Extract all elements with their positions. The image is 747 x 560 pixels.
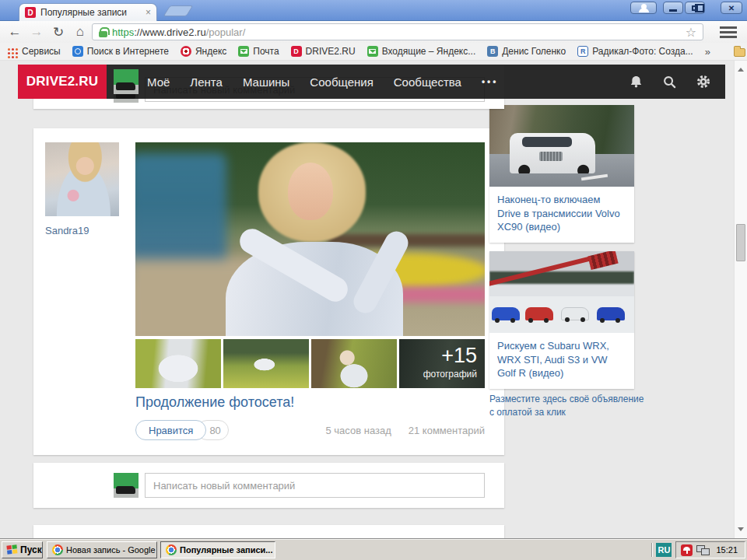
next-post-card <box>33 525 504 538</box>
tray-clock[interactable]: 15:21 <box>714 545 740 555</box>
other-bookmarks-button[interactable]: Другие закладки <box>734 46 747 57</box>
taskbar-task-2-active[interactable]: Популярные записи... <box>160 541 275 558</box>
start-button[interactable]: Пуск <box>2 541 43 558</box>
taskbar-task-1[interactable]: Новая запись - Google ... <box>47 541 157 558</box>
nav-item-messages[interactable]: Сообщения <box>310 75 373 89</box>
bell-icon[interactable] <box>629 75 644 89</box>
author-avatar[interactable] <box>45 142 119 216</box>
apps-grid-icon <box>8 48 10 51</box>
bookmark-item-services[interactable]: Сервисы <box>6 46 61 57</box>
nav-item-cars[interactable]: Машины <box>243 75 289 89</box>
new-comment-input[interactable] <box>145 473 485 498</box>
author-link[interactable]: Sandra19 <box>45 225 89 236</box>
home-button[interactable]: ⌂ <box>70 21 90 43</box>
thumbnail-2[interactable] <box>223 339 309 388</box>
folder-icon <box>734 48 745 57</box>
minimize-icon <box>669 9 677 12</box>
forward-button[interactable]: → <box>26 21 47 43</box>
comments-count-link[interactable]: 21 комментарий <box>409 425 485 436</box>
bookmark-star-icon[interactable]: ☆ <box>686 25 696 40</box>
url-path: /popular/ <box>206 26 246 38</box>
post-actions: Нравится 80 5 часов назад 21 комментарий <box>135 419 485 441</box>
taskbar: Пуск Новая запись - Google ... Популярны… <box>0 538 747 560</box>
network-tray-icon[interactable] <box>696 545 710 555</box>
own-avatar[interactable] <box>114 473 139 498</box>
back-button[interactable]: ← <box>5 21 25 43</box>
like-button[interactable]: Нравится <box>135 420 206 440</box>
mail-icon <box>367 46 378 57</box>
browser-titlebar: D Популярные записи × ✕ <box>0 0 747 21</box>
bookmark-item-yandex[interactable]: Яндекс <box>181 46 226 57</box>
place-ad-link[interactable]: Разместите здесь своё объявление с оплат… <box>489 393 645 420</box>
nav-item-feed[interactable]: Лента <box>190 75 223 89</box>
bookmark-item-vk-profile[interactable]: В Денис Голенко <box>487 46 566 57</box>
browser-toolbar: ← → ↻ ⌂ https://www.drive2.ru/popular/ ☆ <box>0 21 747 43</box>
close-icon: ✕ <box>728 4 735 12</box>
bookmark-item-mail[interactable]: Почта <box>238 46 279 57</box>
bookmark-label: Денис Голенко <box>502 46 566 57</box>
thumbnail-1[interactable] <box>135 339 221 388</box>
scroll-up-arrow-icon[interactable] <box>738 65 744 72</box>
header-icons <box>629 65 711 99</box>
maximize-button[interactable] <box>685 2 705 14</box>
reload-button[interactable]: ↻ <box>48 21 68 43</box>
more-photos-count: +15 <box>441 344 477 368</box>
browser-tab[interactable]: D Популярные записи × <box>19 3 157 21</box>
ad-title-link[interactable]: Рискуем с Subaru WRX, WRX STI, Audi S3 и… <box>489 333 634 389</box>
scroll-down-arrow-icon[interactable] <box>738 527 744 534</box>
drive2-icon: D <box>291 46 302 57</box>
minimize-button[interactable] <box>663 2 683 14</box>
page-viewport: DRIVE2.RU Моё Лента Машины Сообщения Соо… <box>0 61 747 538</box>
chrome-menu-icon[interactable] <box>720 26 737 38</box>
post-photo[interactable] <box>135 142 485 336</box>
antivirus-tray-icon[interactable] <box>681 544 693 556</box>
tab-close-icon[interactable]: × <box>146 8 151 17</box>
new-tab-button[interactable] <box>163 5 194 16</box>
ad-image-detail <box>510 133 595 173</box>
nav-item-communities[interactable]: Сообщества <box>394 75 461 89</box>
yandex-icon <box>181 46 191 57</box>
bookmarks-bar: Сервисы Поиск в Интернете Яндекс Почта D… <box>0 43 747 61</box>
bookmark-label: Яндекс <box>195 46 226 57</box>
windows-logo-icon <box>6 544 17 555</box>
search-icon[interactable] <box>662 75 677 89</box>
thumbnail-3[interactable] <box>311 339 397 388</box>
bookmark-item-inbox[interactable]: Входящие – Яндекс... <box>367 46 476 57</box>
sidebar-ad-volvo[interactable]: Наконец-то включаем Drive в трансмиссии … <box>489 105 634 243</box>
sidebar-ad-wrx[interactable]: Рискуем с Subaru WRX, WRX STI, Audi S3 и… <box>489 251 634 389</box>
language-indicator[interactable]: RU <box>656 543 672 557</box>
drive2-logo[interactable]: DRIVE2.RU <box>18 65 107 99</box>
bookmark-label: Входящие – Яндекс... <box>382 46 476 57</box>
bookmarks-overflow-chevron[interactable]: » <box>705 46 710 58</box>
volvo-ad-image[interactable] <box>489 105 634 187</box>
profile-button[interactable] <box>630 2 657 14</box>
gear-icon[interactable] <box>696 74 711 89</box>
close-window-button[interactable]: ✕ <box>721 2 742 14</box>
more-photos-tile[interactable]: +15 фотографий <box>399 339 485 388</box>
site-nav: Моё Лента Машины Сообщения Сообщества ••… <box>147 65 499 99</box>
site-header: DRIVE2.RU Моё Лента Машины Сообщения Соо… <box>18 65 725 99</box>
post-meta: 5 часов назад 21 комментарий <box>326 425 486 436</box>
bookmark-item-radikal[interactable]: R Радикал-Фото: Созда... <box>577 46 693 57</box>
ad-title-link[interactable]: Наконец-то включаем Drive в трансмиссии … <box>489 187 634 243</box>
post-title-link[interactable]: Продолжение фотосета! <box>135 394 294 411</box>
vk-icon: В <box>487 46 498 57</box>
bookmark-item-drive2[interactable]: D DRIVE2.RU <box>291 46 356 57</box>
maximize-icon <box>692 5 698 11</box>
nav-more-icon[interactable]: ••• <box>482 76 499 87</box>
secure-lock-icon[interactable] <box>99 27 107 37</box>
system-tray: RU 15:21 <box>651 541 745 558</box>
comment-card <box>33 463 504 508</box>
wrx-ad-image[interactable] <box>489 251 634 333</box>
bookmark-label: Поиск в Интернете <box>87 46 169 57</box>
photo-thumbnails: +15 фотографий <box>135 339 485 388</box>
address-bar[interactable]: https://www.drive2.ru/popular/ ☆ <box>92 23 703 40</box>
tray-divider <box>651 543 652 557</box>
page-scrollbar[interactable] <box>734 61 747 538</box>
ad-image-detail <box>525 307 553 320</box>
bookmark-item-websearch[interactable]: Поиск в Интернете <box>72 46 169 57</box>
scrollbar-thumb[interactable] <box>736 224 745 261</box>
nav-item-my[interactable]: Моё <box>147 75 170 89</box>
mail-icon <box>238 46 249 57</box>
header-user-avatar[interactable] <box>114 69 139 94</box>
